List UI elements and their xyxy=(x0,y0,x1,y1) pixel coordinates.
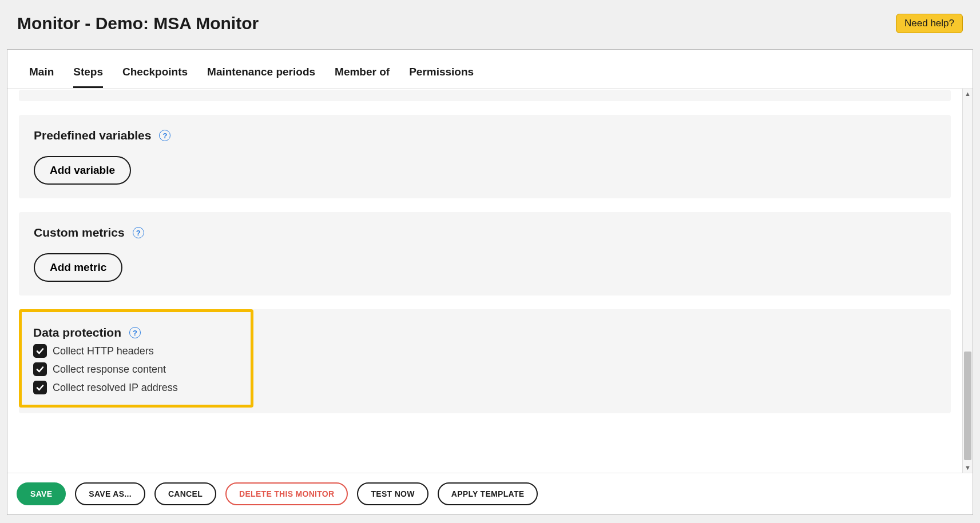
editor-card: Main Steps Checkpoints Maintenance perio… xyxy=(7,49,973,515)
cancel-button[interactable]: CANCEL xyxy=(154,482,216,505)
data-protection-outer: Data protection ? Collect HTTP headers xyxy=(19,309,951,413)
tabs-row: Main Steps Checkpoints Maintenance perio… xyxy=(7,50,973,89)
checkbox-row: Collect resolved IP address xyxy=(33,381,236,394)
save-button[interactable]: SAVE xyxy=(17,482,66,505)
collect-resolved-ip-checkbox[interactable] xyxy=(33,381,47,394)
check-icon xyxy=(35,365,45,374)
add-variable-button[interactable]: Add variable xyxy=(34,156,131,185)
section-title: Data protection ? xyxy=(33,326,141,340)
predefined-variables-section: Predefined variables ? Add variable xyxy=(19,115,951,198)
predefined-variables-title: Predefined variables xyxy=(34,129,151,142)
check-icon xyxy=(35,383,45,392)
page-title: Monitor - Demo: MSA Monitor xyxy=(17,14,259,33)
help-icon[interactable]: ? xyxy=(129,327,141,338)
help-icon[interactable]: ? xyxy=(159,130,170,141)
collect-http-headers-checkbox[interactable] xyxy=(33,344,47,358)
scrollbar[interactable]: ▲ ▼ xyxy=(962,89,973,473)
data-protection-section: Data protection ? Collect HTTP headers xyxy=(19,309,253,408)
custom-metrics-title: Custom metrics xyxy=(34,226,125,239)
help-icon[interactable]: ? xyxy=(133,227,144,238)
checkbox-label: Collect resolved IP address xyxy=(53,382,178,394)
apply-template-button[interactable]: APPLY TEMPLATE xyxy=(438,482,538,505)
tab-member-of[interactable]: Member of xyxy=(335,66,390,88)
check-icon xyxy=(35,346,45,356)
page-header: Monitor - Demo: MSA Monitor Need help? xyxy=(0,0,980,47)
need-help-button[interactable]: Need help? xyxy=(896,14,963,33)
data-protection-title: Data protection xyxy=(33,326,121,340)
footer-bar: SAVE SAVE AS... CANCEL DELETE THIS MONIT… xyxy=(7,473,973,514)
tab-checkpoints[interactable]: Checkpoints xyxy=(122,66,188,88)
content-inner: Predefined variables ? Add variable Cust… xyxy=(7,89,962,473)
previous-section-sliver xyxy=(19,90,951,101)
checkbox-row: Collect HTTP headers xyxy=(33,344,236,358)
custom-metrics-section: Custom metrics ? Add metric xyxy=(19,212,951,296)
tab-main[interactable]: Main xyxy=(29,66,54,88)
save-as-button[interactable]: SAVE AS... xyxy=(75,482,145,505)
collect-response-content-checkbox[interactable] xyxy=(33,362,47,376)
checkbox-label: Collect response content xyxy=(53,364,166,376)
scrollbar-arrow-up-icon[interactable]: ▲ xyxy=(963,89,973,99)
tab-maintenance-periods[interactable]: Maintenance periods xyxy=(207,66,315,88)
checkbox-row: Collect response content xyxy=(33,362,236,376)
add-metric-button[interactable]: Add metric xyxy=(34,253,122,282)
checkbox-label: Collect HTTP headers xyxy=(53,345,154,357)
delete-monitor-button[interactable]: DELETE THIS MONITOR xyxy=(225,482,348,505)
test-now-button[interactable]: TEST NOW xyxy=(357,482,428,505)
tab-permissions[interactable]: Permissions xyxy=(409,66,474,88)
tab-steps[interactable]: Steps xyxy=(73,66,103,88)
section-title: Predefined variables ? xyxy=(34,129,170,142)
scrollbar-arrow-down-icon[interactable]: ▼ xyxy=(963,462,973,473)
scrollbar-thumb[interactable] xyxy=(964,352,971,460)
section-title: Custom metrics ? xyxy=(34,226,144,239)
content-scroll-region: Predefined variables ? Add variable Cust… xyxy=(7,89,973,473)
